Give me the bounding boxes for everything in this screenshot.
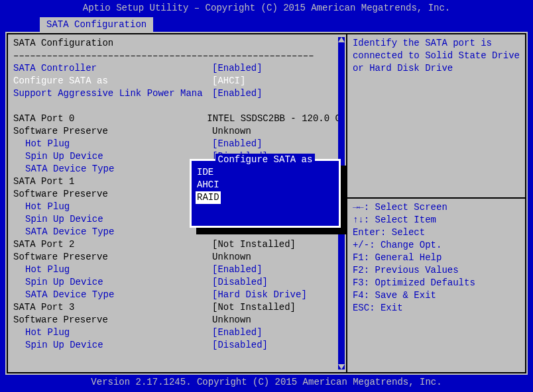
port-name: SATA Port 0 (13, 113, 207, 125)
popup-option-ahci[interactable]: AHCI (196, 179, 335, 191)
label: SATA Device Type (13, 226, 212, 238)
label: Hot Plug (13, 264, 212, 276)
label: Hot Plug (13, 201, 212, 213)
item-aggressive-link[interactable]: Support Aggressive Link Power Mana [Enab… (13, 87, 341, 100)
value: Unknown (212, 125, 341, 138)
tab-sata-configuration[interactable]: SATA Configuration (40, 17, 153, 32)
value: [Enabled] (212, 87, 341, 100)
key-enter: Enter: Select (353, 226, 520, 239)
software-preserve: Software Preserve Unknown (13, 125, 341, 138)
scroll-down-icon[interactable] (338, 364, 345, 369)
settings-panel: SATA Configuration –––––––––––––––––––––… (7, 33, 347, 373)
help-panel: Identify the SATA port is connected to S… (347, 33, 526, 373)
label: SATA Controller (13, 62, 212, 75)
sata-port-0: SATA Port 0 INTEL SSDSC2BB - 120.0 G (13, 113, 341, 125)
sata-port-3: SATA Port 3 [Not Installed] (13, 301, 341, 314)
help-divider (347, 197, 525, 199)
popup-option-ide[interactable]: IDE (196, 166, 335, 179)
value: [AHCI] (212, 75, 341, 87)
key-optimized-defaults: F3: Optimized Defaults (353, 277, 520, 289)
item-hot-plug[interactable]: Hot Plug [Enabled] (13, 326, 341, 339)
help-text: or Hard Disk Drive (353, 62, 520, 75)
footer-version: Version 2.17.1245. Copyright (C) 2015 Am… (0, 375, 533, 389)
item-hot-plug[interactable]: Hot Plug [Enabled] (13, 264, 341, 276)
port-name: SATA Port 2 (13, 238, 212, 251)
label: Spin Up Device (13, 150, 212, 163)
label: Hot Plug (13, 326, 212, 339)
key-esc-exit: ESC: Exit (353, 302, 520, 315)
label: Software Preserve (13, 251, 212, 264)
label: Software Preserve (13, 314, 212, 326)
label: Software Preserve (13, 188, 212, 201)
port-device: [Not Installed] (212, 238, 341, 251)
value: [Hard Disk Drive] (212, 289, 341, 301)
sata-port-2: SATA Port 2 [Not Installed] (13, 238, 341, 251)
configure-sata-popup: Configure SATA as IDE AHCI RAID (190, 159, 341, 228)
port-name: SATA Port 1 (13, 175, 212, 188)
value: [Disabled] (212, 276, 341, 289)
header-title: Aptio Setup Utility – Copyright (C) 2015… (0, 0, 533, 17)
tab-bar: SATA Configuration (0, 17, 533, 32)
label: Software Preserve (13, 125, 212, 138)
popup-option-raid[interactable]: RAID (196, 191, 221, 204)
port-name: SATA Port 3 (13, 301, 212, 314)
key-save-exit: F4: Save & Exit (353, 289, 520, 302)
software-preserve: Software Preserve Unknown (13, 314, 341, 326)
label: Hot Plug (13, 138, 212, 150)
item-spin-up[interactable]: Spin Up Device [Disabled] (13, 276, 341, 289)
main-frame: SATA Configuration –––––––––––––––––––––… (5, 32, 528, 375)
item-device-type[interactable]: SATA Device Type [Hard Disk Drive] (13, 289, 341, 301)
software-preserve: Software Preserve Unknown (13, 251, 341, 264)
value: [Enabled] (212, 264, 341, 276)
popup-title: Configure SATA as (215, 154, 316, 166)
section-title: SATA Configuration (13, 37, 212, 50)
help-text: Identify the SATA port is (353, 37, 520, 50)
label: Spin Up Device (13, 276, 212, 289)
value: [Disabled] (212, 339, 341, 352)
key-select-item: ↑↓: Select Item (353, 214, 520, 226)
key-general-help: F1: General Help (353, 252, 520, 264)
divider: ––––––––––––––––––––––––––––––––––––––––… (13, 50, 341, 62)
label: SATA Device Type (13, 289, 212, 301)
key-previous-values: F2: Previous Values (353, 264, 520, 277)
port-device: INTEL SSDSC2BB - 120.0 G (207, 113, 341, 125)
item-hot-plug[interactable]: Hot Plug [Enabled] (13, 138, 341, 150)
label: Spin Up Device (13, 339, 212, 352)
key-change-opt: +/-: Change Opt. (353, 239, 520, 252)
value: [Enabled] (212, 326, 341, 339)
value: Unknown (212, 314, 341, 326)
label: Configure SATA as (13, 75, 212, 87)
label: Support Aggressive Link Power Mana (13, 87, 212, 100)
label: SATA Device Type (13, 163, 212, 175)
help-text: connected to Solid State Drive (353, 50, 520, 62)
item-configure-sata-as[interactable]: Configure SATA as [AHCI] (13, 75, 341, 87)
help-keys: →←: Select Screen ↑↓: Select Item Enter:… (353, 201, 520, 369)
port-device: [Not Installed] (212, 301, 341, 314)
item-sata-controller[interactable]: SATA Controller [Enabled] (13, 62, 341, 75)
value: [Enabled] (212, 62, 341, 75)
key-select-screen: →←: Select Screen (353, 201, 520, 214)
label: Spin Up Device (13, 213, 212, 226)
value: [Enabled] (212, 138, 341, 150)
scroll-up-icon[interactable] (338, 37, 345, 42)
item-spin-up[interactable]: Spin Up Device [Disabled] (13, 339, 341, 352)
value: Unknown (212, 251, 341, 264)
